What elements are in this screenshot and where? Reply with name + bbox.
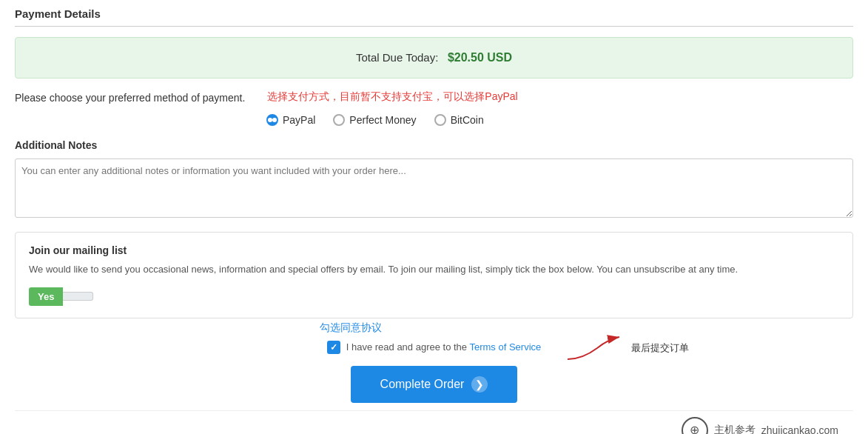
mailing-list-title: Join our mailing list [29,244,839,256]
terms-of-service-link[interactable]: Terms of Service [469,341,541,353]
agree-annotation: 勾选同意协议 [320,321,382,335]
watermark-text-main: 主机参考 [714,424,756,435]
toggle-yes-button[interactable]: Yes [29,287,63,306]
bottom-section: 勾选同意协议 ✓ I have read and agree to the Te… [15,333,853,403]
submit-annotation: 最后提交订单 [631,341,689,355]
watermark-text-url: zhujicankao.com [761,424,838,435]
toggle-wrapper: Yes [29,287,839,306]
section-title: Payment Details [15,7,853,27]
agree-checkbox[interactable]: ✓ [327,341,340,354]
paypal-radio [266,114,278,126]
agree-row: 勾选同意协议 ✓ I have read and agree to the Te… [327,341,542,354]
complete-order-button[interactable]: Complete Order ❯ [351,366,518,403]
perfectmoney-option[interactable]: Perfect Money [333,114,416,126]
perfectmoney-radio [333,114,345,126]
complete-order-label: Complete Order [380,378,465,391]
arrow-annotation-icon [568,333,627,363]
payment-options: PayPal Perfect Money BitCoin [15,114,853,126]
payment-method-label: Please choose your preferred method of p… [15,90,245,104]
total-due-box: Total Due Today: $20.50 USD [15,37,853,79]
payment-method-section: Please choose your preferred method of p… [15,90,853,126]
bottom-watermark-bar: ⊕ 主机参考 zhujicankao.com [15,410,853,435]
mailing-list-description: We would like to send you occasional new… [29,262,839,277]
paypal-option[interactable]: PayPal [266,114,315,126]
perfectmoney-label: Perfect Money [349,114,416,126]
mailing-list-box: Join our mailing list We would like to s… [15,232,853,318]
agree-text: I have read and agree to the Terms of Se… [346,341,542,353]
total-due-amount: $20.50 USD [448,51,512,64]
toggle-no [63,292,93,301]
submit-annotation-wrapper: 最后提交订单 [568,333,689,363]
watermark-circle-icon: ⊕ [682,417,708,435]
page-wrapper: Payment Details Total Due Today: $20.50 … [0,0,868,434]
paypal-label: PayPal [283,114,315,126]
bitcoin-label: BitCoin [451,114,484,126]
additional-notes-section: Additional Notes [15,139,853,232]
checkmark-icon: ✓ [330,342,337,353]
bitcoin-option[interactable]: BitCoin [434,114,484,126]
bitcoin-radio [434,114,446,126]
notes-textarea[interactable] [15,158,853,218]
complete-order-arrow-icon: ❯ [471,376,488,393]
payment-annotation: 选择支付方式，目前暂不支持支付宝，可以选择PayPal [267,90,517,104]
total-due-label: Total Due Today: [356,51,438,64]
additional-notes-title: Additional Notes [15,139,853,151]
